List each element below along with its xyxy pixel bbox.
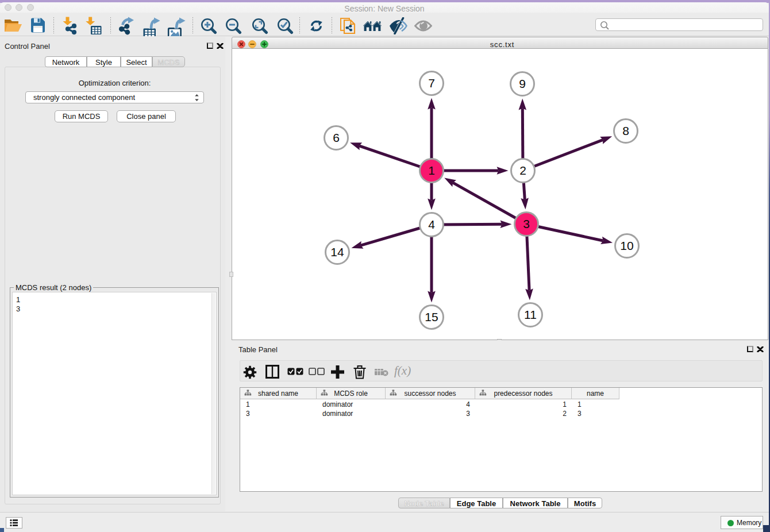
svg-text:4: 4 xyxy=(428,218,435,231)
svg-text:14: 14 xyxy=(330,245,344,259)
svg-text:9: 9 xyxy=(519,77,526,90)
svg-text:15: 15 xyxy=(425,310,438,323)
svg-text:2: 2 xyxy=(519,164,526,177)
svg-text:6: 6 xyxy=(333,131,340,144)
svg-text:8: 8 xyxy=(622,124,629,137)
svg-text:1: 1 xyxy=(428,164,435,177)
svg-text:11: 11 xyxy=(524,308,537,321)
svg-text:10: 10 xyxy=(620,239,633,252)
svg-text:7: 7 xyxy=(428,76,435,90)
svg-text:3: 3 xyxy=(523,217,530,230)
